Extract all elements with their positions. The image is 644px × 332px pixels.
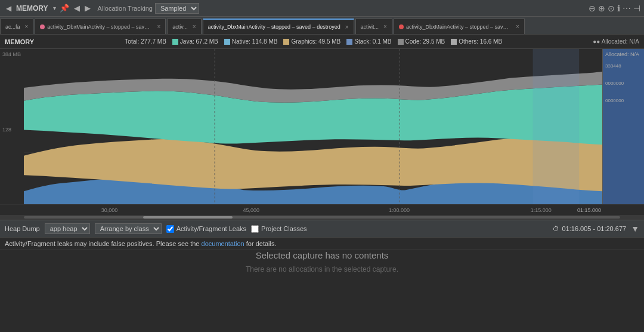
tab-close-6[interactable]: ×	[516, 23, 519, 30]
tab-dot-6	[399, 24, 404, 29]
svg-rect-1	[224, 39, 230, 45]
arrange-select[interactable]: Arrange by class	[95, 223, 162, 234]
svg-rect-4	[398, 39, 404, 45]
heap-dump-label: Heap Dump	[5, 225, 40, 232]
toolbar-dropdown-button[interactable]: ▾	[53, 5, 56, 11]
tab-close-1[interactable]: ×	[25, 23, 29, 30]
right-panel-numbers: 333448 0000000 0000000	[605, 63, 642, 103]
close-panel-button[interactable]: ⊣	[633, 4, 640, 13]
info-button[interactable]: ℹ	[617, 4, 620, 13]
scrollbar-area[interactable]	[0, 215, 644, 220]
warning-text-before: Activity/Fragment leaks may include fals…	[5, 240, 202, 247]
session-tab-1[interactable]: ac...fa ×	[0, 19, 33, 34]
warning-bar: Activity/Fragment leaks may include fals…	[0, 238, 644, 250]
code-label: Code: 29.5 MB	[405, 38, 445, 45]
heap-select[interactable]: app heap	[45, 223, 90, 234]
sampled-select[interactable]: Sampled	[155, 3, 199, 14]
empty-state: Selected capture has no contents There a…	[0, 250, 644, 273]
svg-rect-11	[533, 49, 580, 204]
session-tab-2[interactable]: activity_DbxMainActivity – stopped – sav…	[35, 19, 166, 34]
memory-stats: Total: 277.7 MB Java: 67.2 MB Native: 11…	[39, 38, 588, 45]
activity-leaks-checkbox[interactable]	[166, 225, 174, 233]
x-label-2: 45,000	[243, 207, 259, 213]
tab-label-4: activity_DbxMainActivity – stopped – sav…	[208, 24, 340, 30]
java-label: Java: 67.2 MB	[180, 38, 218, 45]
graphics-stat: Graphics: 49.5 MB	[283, 38, 340, 45]
scrollbar-track[interactable]	[24, 216, 620, 219]
right-num-1: 333448	[605, 63, 642, 69]
others-label: Others: 16.6 MB	[459, 38, 502, 45]
memory-header: MEMORY Total: 277.7 MB Java: 67.2 MB Nat…	[0, 35, 644, 49]
tab-close-2[interactable]: ×	[157, 23, 161, 30]
next-frame-button[interactable]: ▶	[83, 2, 92, 14]
more-button[interactable]: ⋯	[623, 4, 631, 13]
tab-close-4[interactable]: ×	[345, 24, 349, 30]
native-label: Native: 114.8 MB	[232, 38, 278, 45]
back-button[interactable]: ◀	[4, 3, 14, 14]
toolbar-title: MEMORY	[16, 4, 48, 13]
project-classes-label: Project Classes	[261, 225, 306, 232]
total-stat: Total: 277.7 MB	[125, 38, 166, 45]
svg-rect-3	[346, 39, 352, 45]
tab-close-5[interactable]: ×	[383, 23, 387, 30]
warning-text-after: for details.	[244, 240, 277, 247]
code-stat: Code: 29.5 MB	[398, 38, 445, 45]
tab-dot-2	[40, 24, 45, 29]
right-num-2: 0000000	[605, 81, 642, 86]
stack-stat: Stack: 0.1 MB	[346, 38, 391, 45]
y-label-top: 384 MB	[2, 51, 21, 57]
svg-rect-2	[283, 39, 289, 45]
zoom-in-button[interactable]: ⊕	[598, 4, 605, 13]
prev-frame-button[interactable]: ◀	[73, 2, 81, 14]
chart-y-axis: 384 MB 128	[0, 49, 24, 204]
empty-state-subtitle: There are no allocations in the selected…	[246, 265, 398, 273]
allocated-panel-title: Allocated: N/A	[605, 51, 642, 57]
x-label-1: 30,000	[101, 207, 118, 213]
toolbar: ◀ MEMORY ▾ 📌 ◀ ▶ Allocation Tracking Sam…	[0, 0, 644, 17]
y-label-mid: 128	[2, 127, 21, 133]
session-tab-3[interactable]: activ... ×	[167, 19, 201, 34]
others-stat: Others: 16.6 MB	[451, 38, 502, 45]
right-num-3: 0000000	[605, 98, 642, 103]
tab-close-3[interactable]: ×	[193, 23, 196, 30]
session-tab-4[interactable]: activity_DbxMainActivity – stopped – sav…	[203, 19, 354, 34]
x-label-3: 1:00.000	[389, 207, 410, 213]
chart-right-panel: Allocated: N/A 333448 0000000 0000000	[602, 49, 644, 204]
bottom-controls: Heap Dump app heap Arrange by class Acti…	[0, 220, 644, 238]
project-classes-checkbox-area: Project Classes	[251, 225, 306, 233]
time-range: ⏱ 01:16.005 - 01:20.677	[553, 225, 626, 232]
x-label-4: 1:15.000	[531, 207, 552, 213]
filter-button[interactable]: ▼	[631, 224, 639, 233]
graphics-label: Graphics: 49.5 MB	[291, 38, 340, 45]
chart-container[interactable]: 384 MB 128	[0, 49, 644, 204]
project-classes-checkbox[interactable]	[251, 225, 259, 233]
native-stat: Native: 114.8 MB	[224, 38, 278, 45]
tab-label-2: activity_DbxMainActivity – stopped – sav…	[47, 24, 152, 30]
activity-leaks-checkbox-area: Activity/Fragment Leaks	[166, 225, 246, 233]
memory-title: MEMORY	[5, 38, 34, 45]
java-stat: Java: 67.2 MB	[172, 38, 218, 45]
session-tabs: ac...fa × activity_DbxMainActivity – sto…	[0, 17, 644, 35]
session-tab-5[interactable]: activit... ×	[355, 19, 392, 34]
toolbar-right-icons: ⊖ ⊕ ⊙ ℹ ⋯ ⊣	[589, 4, 640, 13]
svg-rect-5	[451, 39, 457, 45]
session-tab-6[interactable]: activity_DbxMainActivity – stopped – sav…	[394, 19, 525, 34]
tab-label-5: activit...	[361, 24, 379, 30]
activity-leaks-label: Activity/Fragment Leaks	[177, 225, 246, 232]
zoom-out-button[interactable]: ⊖	[589, 4, 596, 13]
time-range-label: 01:16.005 - 01:20.677	[562, 225, 626, 232]
dump-time-label: 01:15.000	[577, 207, 601, 213]
empty-state-title: Selected capture has no contents	[256, 250, 389, 260]
warning-link[interactable]: documentation	[202, 240, 244, 247]
target-button[interactable]: ⊙	[608, 4, 615, 13]
tab-label-6: activity_DbxMainActivity – stopped – sav…	[406, 24, 511, 30]
tab-label-1: ac...fa	[5, 24, 20, 30]
tab-label-3: activ...	[172, 24, 187, 30]
chart-main[interactable]: ⬛ ⬛ ⬛ ⬛⬛ ⬛⬛⬛ ⬛ ⬛ ⬛⬛ ⬛ ⬛ ⬛ ⬛ Dump (05.671…	[24, 49, 602, 204]
scrollbar-thumb[interactable]	[143, 216, 233, 219]
svg-rect-0	[172, 39, 178, 45]
stack-label: Stack: 0.1 MB	[354, 38, 391, 45]
memory-chart-svg[interactable]	[24, 49, 602, 204]
pin-icon[interactable]: 📌	[58, 2, 70, 14]
x-axis: 30,000 45,000 1:00.000 1:15.000 01:15.00…	[0, 204, 644, 215]
